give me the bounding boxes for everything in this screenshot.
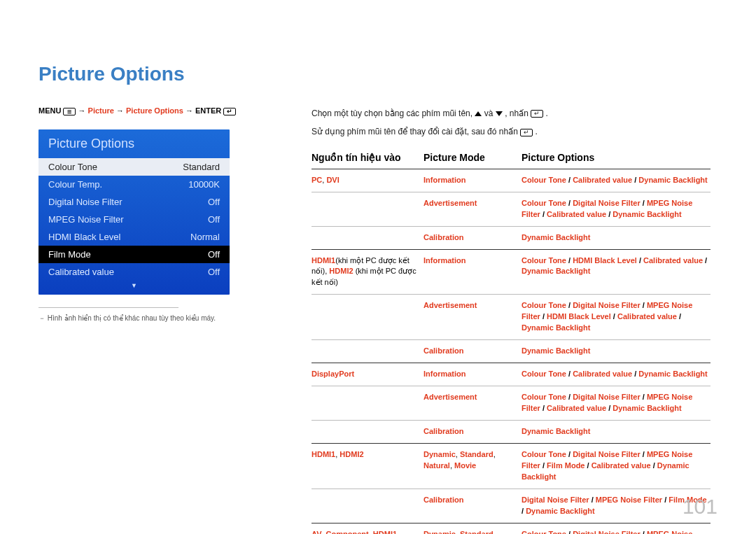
osd-value: Off [208, 197, 220, 207]
osd-label: Digital Noise Filter [48, 197, 122, 207]
table-row: AdvertisementColour Tone / Digital Noise… [312, 294, 710, 339]
cell-source: DisplayPort [312, 369, 424, 380]
cell-options: Dynamic Backlight [522, 346, 710, 357]
breadcrumb-menu: MENU [38, 106, 61, 115]
cell-options: Colour Tone / HDMI Black Level / Calibra… [522, 255, 710, 289]
cell-source: AV, Component, HDMI1 (1080i), HDMI2 (108… [312, 529, 424, 534]
breadcrumb-p2: Picture Options [126, 106, 183, 115]
divider [38, 307, 178, 308]
cell-source [312, 346, 424, 357]
page-number: 101 [682, 495, 718, 519]
table-group: HDMI1(khi một PC được kết nối), HDMI2 (k… [312, 249, 710, 363]
instruction-2: Sử dụng phím mũi tên để thay đổi cài đặt… [312, 125, 718, 139]
options-table: Nguồn tín hiệu vào Picture Mode Picture … [312, 152, 710, 534]
cell-options: Colour Tone / Digital Noise Filter / MPE… [522, 392, 710, 414]
osd-row-5: Film ModeOff [38, 246, 230, 263]
cell-mode: Calibration [424, 426, 522, 437]
cell-mode: Information [424, 175, 522, 186]
osd-row-2: Digital Noise FilterOff [38, 193, 230, 211]
cell-options: Colour Tone / Digital Noise Filter / MPE… [522, 529, 710, 534]
cell-mode: Information [424, 369, 522, 380]
table-group: HDMI1, HDMI2Dynamic, Standard, Natural, … [312, 443, 710, 523]
enter-icon [520, 129, 533, 136]
cell-source: HDMI1, HDMI2 [312, 449, 424, 483]
table-row: CalibrationDynamic Backlight [312, 420, 710, 443]
osd-row-6: Calibrated valueOff [38, 263, 230, 281]
osd-value: Off [208, 214, 220, 225]
menu-icon [63, 108, 76, 115]
cell-options: Colour Tone / Digital Noise Filter / MPE… [522, 300, 710, 334]
osd-label: Film Mode [48, 249, 91, 260]
th-mode: Picture Mode [424, 152, 522, 163]
osd-label: HDMI Black Level [48, 232, 120, 242]
cell-source: PC, DVI [312, 175, 424, 186]
cell-mode: Advertisement [424, 198, 522, 220]
table-row: DisplayPortInformationColour Tone / Cali… [312, 363, 710, 386]
breadcrumb: MENU → Picture → Picture Options → ENTER [38, 106, 259, 115]
enter-icon [531, 110, 543, 118]
table-group: DisplayPortInformationColour Tone / Cali… [312, 363, 710, 443]
table-row: AdvertisementColour Tone / Digital Noise… [312, 386, 710, 420]
table-row: PC, DVIInformationColour Tone / Calibrat… [312, 169, 710, 192]
osd-value: Off [208, 249, 220, 260]
enter-icon [223, 108, 236, 115]
table-row: CalibrationDynamic Backlight [312, 339, 710, 363]
table-row: CalibrationDynamic Backlight [312, 226, 710, 249]
breadcrumb-enter: ENTER [195, 106, 221, 115]
th-source: Nguồn tín hiệu vào [312, 152, 424, 163]
osd-value: Normal [190, 232, 220, 242]
footnote: － Hình ảnh hiển thị có thể khác nhau tùy… [38, 314, 259, 323]
cell-mode: Advertisement [424, 300, 522, 334]
osd-header: Picture Options [38, 129, 230, 158]
osd-row-1: Colour Temp.10000K [38, 176, 230, 193]
cell-mode: Calibration [424, 495, 522, 517]
cell-options: Colour Tone / Calibrated value / Dynamic… [522, 369, 710, 380]
cell-source [312, 426, 424, 437]
breadcrumb-arrow1: → [78, 106, 88, 115]
cell-mode: Dynamic, Standard, Natural, Movie [424, 449, 522, 483]
breadcrumb-arrow3: → [186, 106, 195, 115]
osd-label: MPEG Noise Filter [48, 214, 124, 225]
chevron-down-icon: ▼ [38, 281, 230, 289]
cell-source [312, 198, 424, 220]
page-title: Picture Options [38, 63, 718, 85]
table-row: HDMI1, HDMI2Dynamic, Standard, Natural, … [312, 444, 710, 489]
table-row: CalibrationDigital Noise Filter / MPEG N… [312, 489, 710, 523]
osd-label: Calibrated value [48, 267, 114, 277]
cell-source [312, 300, 424, 334]
cell-source: HDMI1(khi một PC được kết nối), HDMI2 (k… [312, 255, 424, 289]
cell-options: Colour Tone / Digital Noise Filter / MPE… [522, 449, 710, 483]
breadcrumb-arrow2: → [116, 106, 126, 115]
osd-value: Off [208, 267, 220, 277]
osd-panel: Picture Options Colour ToneStandardColou… [38, 129, 230, 295]
th-options: Picture Options [522, 152, 710, 163]
table-row: AV, Component, HDMI1 (1080i), HDMI2 (108… [312, 524, 710, 534]
osd-value: Standard [183, 162, 220, 172]
arrow-down-icon [496, 111, 503, 116]
cell-options: Dynamic Backlight [522, 232, 710, 244]
table-row: AdvertisementColour Tone / Digital Noise… [312, 192, 710, 226]
cell-options: Dynamic Backlight [522, 426, 710, 437]
table-group: PC, DVIInformationColour Tone / Calibrat… [312, 169, 710, 249]
osd-label: Colour Tone [48, 162, 97, 172]
arrow-up-icon [475, 111, 482, 116]
cell-mode: Calibration [424, 346, 522, 357]
osd-row-0: Colour ToneStandard [38, 158, 230, 176]
cell-mode: Calibration [424, 232, 522, 244]
cell-mode: Dynamic, Standard, Natural, Movie [424, 529, 522, 534]
cell-mode: Information [424, 255, 522, 289]
breadcrumb-p1: Picture [88, 106, 114, 115]
osd-label: Colour Temp. [48, 179, 102, 190]
osd-row-4: HDMI Black LevelNormal [38, 228, 230, 246]
cell-options: Colour Tone / Digital Noise Filter / MPE… [522, 198, 710, 220]
osd-row-3: MPEG Noise FilterOff [38, 211, 230, 228]
cell-source [312, 232, 424, 244]
cell-mode: Advertisement [424, 392, 522, 414]
table-group: AV, Component, HDMI1 (1080i), HDMI2 (108… [312, 523, 710, 534]
osd-value: 10000K [188, 179, 220, 190]
table-row: HDMI1(khi một PC được kết nối), HDMI2 (k… [312, 250, 710, 295]
table-header: Nguồn tín hiệu vào Picture Mode Picture … [312, 152, 710, 169]
cell-source [312, 495, 424, 517]
cell-source [312, 392, 424, 414]
instruction-1: Chọn một tùy chọn bằng các phím mũi tên,… [312, 106, 718, 120]
